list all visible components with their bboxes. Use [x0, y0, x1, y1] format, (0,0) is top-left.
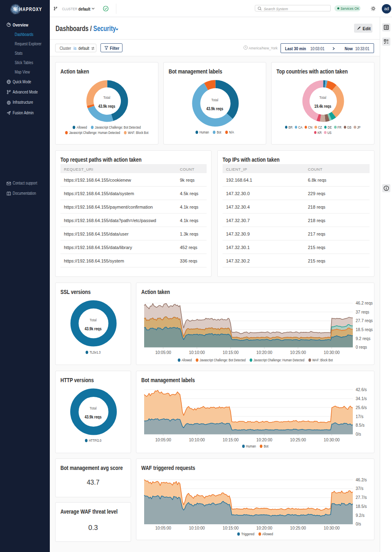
svg-text:34.1/s: 34.1/s: [356, 396, 367, 401]
svg-text:37 reqs: 37 reqs: [356, 310, 369, 314]
svg-text:0/s: 0/s: [356, 432, 361, 436]
svg-text:10:05:00: 10:05:00: [155, 438, 171, 442]
svg-text:8.5/s: 8.5/s: [356, 423, 365, 427]
svg-text:9.2 reqs: 9.2 reqs: [356, 336, 370, 341]
svg-text:10:20:00: 10:20:00: [256, 438, 272, 442]
svg-text:10:20:00: 10:20:00: [256, 526, 272, 530]
svg-text:0/s: 0/s: [356, 522, 361, 526]
svg-text:10:25:00: 10:25:00: [290, 526, 306, 530]
svg-text:10:15:00: 10:15:00: [223, 438, 238, 442]
svg-text:42.6/s: 42.6/s: [356, 387, 367, 392]
svg-text:10:25:00: 10:25:00: [290, 350, 306, 355]
svg-text:10:05:00: 10:05:00: [155, 350, 171, 355]
svg-text:46.2/s: 46.2/s: [356, 478, 367, 482]
svg-text:9.2/s: 9.2/s: [356, 513, 365, 518]
svg-text:27.7 reqs: 27.7 reqs: [356, 318, 373, 323]
svg-text:10:10:00: 10:10:00: [189, 526, 205, 530]
svg-text:10:10:00: 10:10:00: [189, 438, 205, 442]
svg-text:10:15:00: 10:15:00: [223, 350, 238, 355]
svg-text:10:15:00: 10:15:00: [223, 526, 238, 530]
svg-text:46.2 reqs: 46.2 reqs: [356, 301, 373, 305]
svg-text:10:20:00: 10:20:00: [256, 350, 272, 355]
svg-text:18.5 reqs: 18.5 reqs: [356, 327, 373, 332]
svg-text:10:10:00: 10:10:00: [189, 350, 205, 355]
svg-text:17/s: 17/s: [356, 414, 363, 419]
svg-text:10:05:00: 10:05:00: [155, 526, 171, 530]
svg-text:37/s: 37/s: [356, 486, 363, 491]
svg-text:10:30:00: 10:30:00: [324, 438, 340, 442]
svg-text:10:30:00: 10:30:00: [324, 526, 340, 530]
svg-text:10:25:00: 10:25:00: [290, 438, 306, 442]
svg-text:27.7/s: 27.7/s: [356, 495, 367, 500]
svg-text:0 reqs: 0 reqs: [356, 345, 367, 349]
svg-text:18.5/s: 18.5/s: [356, 504, 367, 509]
svg-text:25.6/s: 25.6/s: [356, 405, 367, 410]
svg-text:10:30:00: 10:30:00: [324, 350, 340, 355]
